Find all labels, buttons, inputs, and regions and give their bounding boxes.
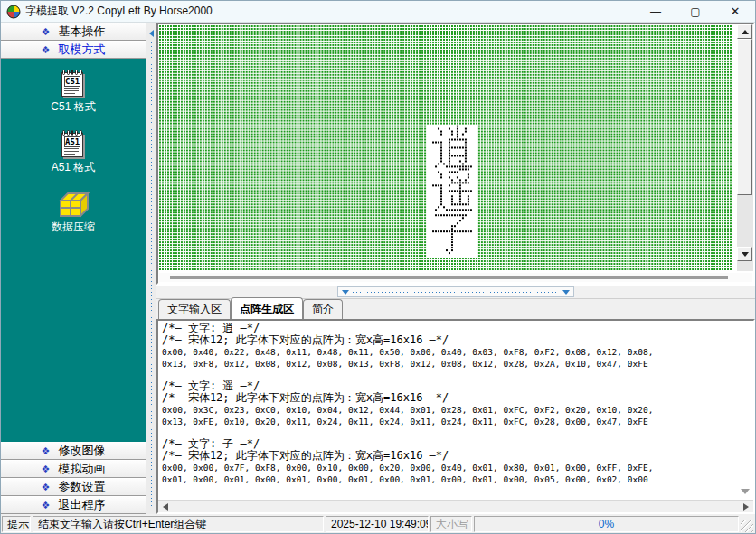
close-icon: ✕ <box>731 5 741 18</box>
diamond-icon: ❖ <box>42 45 51 55</box>
collapse-down-icon <box>342 290 349 295</box>
status-progress: 0% <box>474 516 739 532</box>
tab-text-input[interactable]: 文字输入区 <box>158 299 231 319</box>
compress-cube-icon <box>57 191 90 218</box>
a51-notepad-icon: A51 <box>60 130 87 158</box>
code-line: /*— 宋体12; 此字体下对应的点阵为：宽x高=16x16 —*/ <box>162 450 739 462</box>
app-window: 字模提取 V2.2 CopyLeft By Horse2000 — ▢ ✕ ❖ … <box>0 0 756 534</box>
tool-label: C51 格式 <box>51 99 95 115</box>
code-block-yao: /*— 文字: 遥 —*/ /*— 宋体12; 此字体下对应的点阵为：宽x高=1… <box>162 380 739 427</box>
sidebar-item-modify-image[interactable]: ❖ 修改图像 <box>1 442 146 460</box>
tab-dot-matrix-output[interactable]: 点阵生成区 <box>231 297 303 319</box>
diamond-icon: ❖ <box>42 482 51 492</box>
c51-notepad-icon: C51 <box>60 70 87 98</box>
sidebar-item-parameter-settings[interactable]: ❖ 参数设置 <box>1 478 146 496</box>
diamond-icon: ❖ <box>42 446 51 456</box>
text-scroll-down-icon[interactable] <box>741 489 750 494</box>
code-line: /*— 宋体12; 此字体下对应的点阵为：宽x高=16x16 —*/ <box>162 392 739 404</box>
code-line: /*— 宋体12; 此字体下对应的点阵为：宽x高=16x16 —*/ <box>162 334 739 346</box>
splitter-dots <box>151 42 152 509</box>
collapse-down-icon <box>562 290 570 295</box>
text-horizontal-scrollbar[interactable] <box>158 500 753 512</box>
arrow-down-icon <box>742 252 749 257</box>
splitter-handle[interactable] <box>337 286 574 297</box>
splitter-dots <box>353 292 559 293</box>
scroll-left-icon[interactable] <box>163 503 168 511</box>
sidebar-item-simulate-animation[interactable]: ❖ 模拟动画 <box>1 460 146 478</box>
grid-horizontal-scrollbar[interactable] <box>159 273 752 282</box>
arrow-up-icon <box>742 30 749 34</box>
sidebar-item-label: 模拟动画 <box>58 461 105 477</box>
code-block-zi: /*— 文字: 子 —*/ /*— 宋体12; 此字体下对应的点阵为：宽x高=1… <box>162 438 739 485</box>
code-block-xiao: /*— 文字: 逍 —*/ /*— 宋体12; 此字体下对应的点阵为：宽x高=1… <box>162 323 739 370</box>
sidebar-item-label: 取模方式 <box>58 42 105 58</box>
code-line: 0x01, 0x00, 0x01, 0x00, 0x01, 0x00, 0x01… <box>162 473 739 485</box>
scroll-thumb[interactable] <box>170 276 728 279</box>
scroll-thumb[interactable] <box>737 39 752 195</box>
tool-label: A51 格式 <box>52 160 96 175</box>
tab-bar: 文字输入区 点阵生成区 简介 <box>156 299 755 319</box>
minimize-button[interactable]: — <box>636 1 676 22</box>
maximize-icon: ▢ <box>690 5 700 18</box>
status-message: 结束文字输入请按Ctrl+Enter组合键 <box>33 516 324 532</box>
tool-a51-format[interactable]: A51 A51 格式 <box>52 130 96 175</box>
dot-matrix-panel <box>156 23 755 285</box>
grid-vertical-scrollbar[interactable] <box>737 24 753 271</box>
sidebar-item-label: 修改图像 <box>58 443 105 459</box>
code-line: 0x00, 0x00, 0x7F, 0xF8, 0x00, 0x10, 0x00… <box>162 462 739 473</box>
sidebar-item-label: 参数设置 <box>58 479 105 495</box>
resize-grip[interactable] <box>741 520 753 532</box>
maximize-button[interactable]: ▢ <box>676 1 715 22</box>
tool-c51-format[interactable]: C51 C51 格式 <box>51 70 95 115</box>
status-bar: 提示 结束文字输入请按Ctrl+Enter组合键 2025-12-10 19:4… <box>1 514 755 533</box>
status-hint-label: 提示 <box>2 516 31 532</box>
sidebar-item-label: 退出程序 <box>58 497 105 513</box>
main-area: 文字输入区 点阵生成区 简介 /*— 文字: 逍 —*/ /*— 宋体12; 此… <box>156 23 755 514</box>
code-line: 0x13, 0xF8, 0x12, 0x08, 0x12, 0x08, 0x13… <box>162 358 739 370</box>
close-button[interactable]: ✕ <box>715 1 755 22</box>
status-datetime: 2025-12-10 19:49:09 <box>326 516 429 532</box>
window-title: 字模提取 V2.2 CopyLeft By Horse2000 <box>25 4 213 19</box>
collapse-left-icon <box>149 30 154 37</box>
status-caps-indicator: 大小写 <box>430 516 472 532</box>
code-output-area[interactable]: /*— 文字: 逍 —*/ /*— 宋体12; 此字体下对应的点阵为：宽x高=1… <box>156 319 755 514</box>
diamond-icon: ❖ <box>42 464 51 474</box>
sidebar: ❖ 基本操作 ❖ 取模方式 C51 C5 <box>1 23 146 514</box>
diamond-icon: ❖ <box>42 27 51 37</box>
tool-label: 数据压缩 <box>52 220 95 235</box>
dot-matrix-canvas[interactable] <box>159 25 732 271</box>
diamond-icon: ❖ <box>42 501 51 511</box>
scroll-down-button[interactable] <box>737 247 752 261</box>
title-bar: 字模提取 V2.2 CopyLeft By Horse2000 — ▢ ✕ <box>1 1 755 23</box>
app-icon <box>6 5 21 19</box>
sidebar-item-exit-program[interactable]: ❖ 退出程序 <box>1 496 146 514</box>
minimize-icon: — <box>650 5 661 18</box>
scroll-right-icon[interactable] <box>743 503 749 511</box>
tool-panel: C51 C51 格式 A51 <box>1 59 146 442</box>
tool-data-compress[interactable]: 数据压缩 <box>52 191 95 235</box>
code-line: 0x00, 0x40, 0x22, 0x48, 0x11, 0x48, 0x11… <box>162 346 739 358</box>
code-line: 0x00, 0x3C, 0x23, 0xC0, 0x10, 0x04, 0x12… <box>162 404 739 416</box>
vertical-splitter[interactable] <box>146 23 156 514</box>
sidebar-item-basic-ops[interactable]: ❖ 基本操作 <box>1 23 146 41</box>
scroll-up-button[interactable] <box>737 24 752 39</box>
code-line: 0x13, 0xFE, 0x10, 0x20, 0x11, 0x24, 0x11… <box>162 416 739 427</box>
sidebar-item-extract-mode[interactable]: ❖ 取模方式 <box>1 41 146 59</box>
sidebar-item-label: 基本操作 <box>58 23 105 40</box>
tab-intro[interactable]: 简介 <box>303 299 343 319</box>
